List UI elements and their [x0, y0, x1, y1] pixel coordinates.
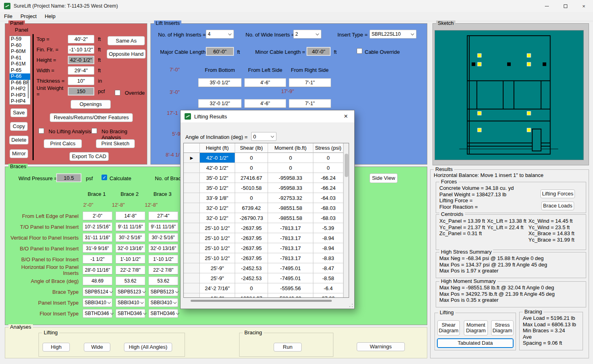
row-selector-cell[interactable] — [184, 173, 200, 183]
table-cell[interactable]: -8.47 — [313, 263, 343, 273]
side-view-button[interactable]: Side View — [370, 173, 398, 183]
table-row[interactable]: 32'-0 1/2"6739.42-98551.58-68.03 — [184, 203, 349, 213]
table-cell[interactable]: 58840.63 — [268, 293, 313, 298]
close-button[interactable]: × — [575, 0, 593, 12]
insert-dim-field[interactable]: 4'-6" — [244, 99, 286, 108]
table-cell[interactable]: 67.32 — [313, 293, 343, 298]
same-as-button[interactable]: Same As — [108, 36, 145, 45]
panel-list-item[interactable]: P-HP4 — [10, 98, 30, 105]
panel-list-item[interactable]: P-61M — [10, 61, 30, 67]
insert-dim-field[interactable]: 32'-0 1/2" — [198, 99, 242, 108]
insert-type-select[interactable]: SBRL22SL10 — [370, 30, 416, 39]
field-value[interactable]: 10" — [68, 77, 94, 85]
panel-list-scrollbar[interactable] — [28, 80, 29, 98]
row-selector-cell[interactable] — [184, 193, 200, 203]
table-cell[interactable]: 33'-9 1/8" — [200, 193, 235, 203]
brace-value-field[interactable]: 53.62 — [116, 277, 145, 285]
table-cell[interactable]: 42'-0 1/2" — [200, 153, 235, 163]
table-cell[interactable]: 24'-2 7/16" — [200, 283, 235, 293]
wide-button[interactable]: Wide — [84, 343, 110, 352]
table-cell[interactable]: -8.83 — [313, 253, 343, 263]
brace-value-field[interactable]: -1 1/2" — [83, 255, 112, 264]
brace-value-field[interactable]: 32'-0 13/16" — [116, 244, 145, 253]
lifting-forces-button[interactable]: Lifting Forces — [540, 189, 575, 198]
insert-dim-field[interactable]: 35'-0 1/2" — [198, 78, 242, 87]
table-cell[interactable]: 0 — [313, 153, 343, 163]
high-button[interactable]: High — [43, 343, 70, 352]
table-cell[interactable]: 42'-0 1/2" — [200, 163, 235, 173]
brace-select[interactable]: SBPB5124 — [83, 287, 112, 296]
panel-list-item[interactable]: P-65 — [10, 67, 30, 74]
wide-inserts-select[interactable]: 2 — [293, 30, 321, 39]
brace-value-field[interactable]: 30'-2 5/16" — [148, 233, 178, 242]
table-cell[interactable]: -7813.17 — [268, 233, 313, 243]
brace-value-field[interactable]: 28'-0 11/16" — [83, 266, 112, 275]
table-cell[interactable]: -7495.01 — [268, 263, 313, 273]
table-cell[interactable]: 0 — [268, 163, 313, 173]
table-row[interactable]: 16'-0"12984.9758840.6367.32 — [184, 293, 349, 298]
table-cell[interactable]: -7813.17 — [268, 253, 313, 263]
table-cell[interactable]: 0 — [268, 153, 313, 163]
table-cell[interactable]: -8.94 — [313, 243, 343, 253]
table-cell[interactable]: -7495.01 — [268, 273, 313, 283]
brace-value-field[interactable]: 9'-11 11/16" — [116, 222, 145, 231]
table-cell[interactable]: 0 — [313, 163, 343, 173]
brace-value-field[interactable]: 22'-2 7/8" — [116, 266, 145, 275]
table-cell[interactable]: -68.03 — [313, 213, 343, 223]
no-bracing-checkbox[interactable] — [91, 128, 97, 134]
table-cell[interactable]: 6739.42 — [235, 203, 268, 213]
table-row[interactable]: 25'-10 1/2"-2637.95-7813.17-8.94 — [184, 243, 349, 253]
high-inserts-select[interactable]: 4 — [206, 30, 234, 39]
delete-button[interactable]: Delete — [9, 136, 28, 144]
table-cell[interactable]: -8.58 — [313, 273, 343, 283]
brace-select[interactable]: SBBI3410 — [83, 298, 112, 307]
row-selector-cell[interactable] — [184, 203, 200, 213]
shear-diagram-button[interactable]: Shear Diagram — [437, 320, 460, 336]
table-cell[interactable]: -5595.56 — [268, 283, 313, 293]
table-cell[interactable]: 0 — [235, 153, 268, 163]
insert-dim-field[interactable]: 7'-1" — [289, 99, 331, 108]
copy-button[interactable]: Copy — [10, 122, 28, 131]
table-cell[interactable]: 16'-0" — [200, 293, 235, 298]
table-row[interactable]: 35'-0 1/2"27416.67-95958.33-66.24 — [184, 173, 349, 183]
override-checkbox[interactable] — [115, 90, 120, 96]
row-selector-cell[interactable]: ▶ — [184, 153, 200, 163]
table-row[interactable]: ▶42'-0 1/2"000 — [184, 153, 349, 163]
panel-list-item[interactable]: P-60M — [10, 49, 30, 55]
table-cell[interactable]: -5.39 — [313, 223, 343, 233]
column-header[interactable]: Shear (lb) — [235, 143, 268, 153]
table-cell[interactable]: -98551.58 — [268, 203, 313, 213]
brace-value-field[interactable]: 48.69 — [83, 277, 112, 285]
table-cell[interactable]: -7813.17 — [268, 223, 313, 233]
table-row[interactable]: 25'-9"-2452.53-7495.01-8.47 — [184, 263, 349, 273]
column-header[interactable]: Height (ft) — [200, 143, 235, 153]
table-cell[interactable]: -68.03 — [313, 203, 343, 213]
brace-value-field[interactable]: 2'-0" — [83, 211, 112, 220]
no-lifting-checkbox[interactable] — [39, 128, 44, 134]
brace-value-field[interactable]: 1'-10 1/2" — [148, 255, 178, 264]
brace-value-field[interactable]: 53.62 — [148, 277, 178, 285]
brace-value-field[interactable]: 14'-8" — [116, 211, 145, 220]
table-cell[interactable]: -5010.58 — [235, 183, 268, 193]
brace-value-field[interactable]: 10'-2 15/16" — [83, 222, 112, 231]
export-cad-button[interactable]: Export To CAD — [69, 152, 109, 161]
row-selector-cell[interactable] — [184, 253, 200, 263]
table-row[interactable]: 35'-0 1/2"-5010.58-95958.33-66.24 — [184, 183, 349, 193]
table-cell[interactable]: -2637.95 — [235, 233, 268, 243]
panel-list-item[interactable]: P-HP3 — [10, 92, 30, 99]
field-value[interactable]: -1'-10 1/2" — [68, 45, 94, 54]
brace-value-field[interactable]: 22'-2 7/8" — [148, 266, 178, 275]
row-selector-cell[interactable] — [184, 273, 200, 283]
table-cell[interactable]: -2637.95 — [235, 253, 268, 263]
field-value[interactable]: 40'-2" — [68, 35, 94, 43]
print-calcs-button[interactable]: Print Calcs — [44, 139, 82, 148]
high-all-angles-button[interactable]: High (All Angles) — [124, 343, 172, 352]
table-cell[interactable]: 0 — [235, 193, 268, 203]
table-cell[interactable]: 32'-0 1/2" — [200, 213, 235, 223]
table-row[interactable]: 33'-9 1/8"0-92753.32-64.03 — [184, 193, 349, 203]
row-selector-cell[interactable] — [184, 163, 200, 173]
panel-list-item[interactable]: P-HP2 — [10, 86, 30, 92]
maximize-button[interactable] — [556, 0, 575, 12]
row-selector-cell[interactable] — [184, 233, 200, 243]
table-row[interactable]: 25'-10 1/2"-2637.95-7813.17-8.94 — [184, 233, 349, 243]
